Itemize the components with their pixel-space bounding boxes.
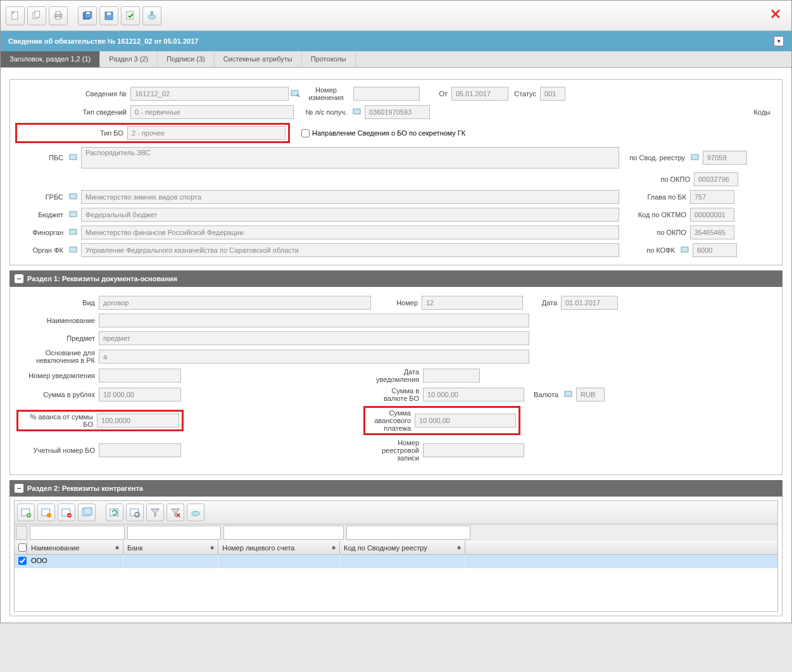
ot-field[interactable] xyxy=(451,87,508,101)
grid-edit-button[interactable] xyxy=(37,504,55,521)
lookup-icon[interactable] xyxy=(69,227,79,238)
save-check-button[interactable] xyxy=(121,6,140,25)
grid-copy-button[interactable] xyxy=(78,504,96,521)
tip-sved-field[interactable] xyxy=(130,105,294,119)
napr-checkbox[interactable] xyxy=(301,129,310,137)
naim-field[interactable] xyxy=(99,314,529,327)
okpo1-label: по ОКПО xyxy=(623,175,694,183)
page-title: Сведения об обязательстве № 161212_02 от… xyxy=(8,37,198,45)
grid-view-button[interactable] xyxy=(126,504,144,521)
copy-doc-button[interactable] xyxy=(27,6,46,25)
col-kod[interactable]: Код по Сводному реестру◆ xyxy=(340,541,465,554)
filter-kod[interactable] xyxy=(346,526,470,540)
close-button[interactable] xyxy=(770,8,785,23)
data-field[interactable] xyxy=(561,296,618,310)
grid-refresh-button[interactable] xyxy=(106,504,123,521)
osnov-field[interactable] xyxy=(99,350,529,364)
nomer-field[interactable] xyxy=(422,296,523,310)
print-button[interactable] xyxy=(49,6,68,25)
glava-bk-field[interactable] xyxy=(690,190,734,204)
grid-header: Наименование◆ Банк◆ Номер лицевого счета… xyxy=(14,541,778,555)
cell-ls xyxy=(218,555,340,568)
uchet-nomer-field[interactable] xyxy=(99,443,181,457)
grbs-field[interactable] xyxy=(81,190,619,204)
nomer-izm-field[interactable] xyxy=(353,87,420,101)
save-all-button[interactable] xyxy=(78,6,97,25)
tip-bo-field[interactable] xyxy=(127,126,286,140)
ls-poluch-field[interactable] xyxy=(365,105,430,119)
predmet-field[interactable] xyxy=(99,331,529,345)
svg-rect-15 xyxy=(70,155,77,160)
svg-rect-8 xyxy=(87,12,90,14)
tab-protocols[interactable]: Протоколы xyxy=(302,51,356,67)
lookup-icon[interactable] xyxy=(69,245,79,255)
status-field[interactable] xyxy=(540,87,565,101)
summa-avans-field[interactable] xyxy=(415,414,516,428)
ot-label: От xyxy=(420,90,451,98)
summa-rub-field[interactable] xyxy=(99,388,181,402)
lookup-icon[interactable] xyxy=(681,245,691,255)
avans-pct-label: % аванса от суммы БО xyxy=(21,413,97,428)
lookup-icon[interactable] xyxy=(564,390,574,400)
summa-avans-highlight: Сумма авансового платежа xyxy=(363,406,520,435)
svod-reestr-label: по Свод. реестру xyxy=(619,154,689,162)
grid-add-button[interactable] xyxy=(17,504,35,521)
vid-field[interactable] xyxy=(99,296,371,310)
grid-filter-clear-button[interactable] xyxy=(167,504,184,521)
valuta-field[interactable] xyxy=(576,388,605,402)
collapse-button[interactable]: − xyxy=(15,274,23,283)
nomer-reestr-field[interactable] xyxy=(423,443,524,457)
lookup-icon[interactable] xyxy=(691,153,701,163)
export-button[interactable] xyxy=(142,6,161,25)
tab-section3[interactable]: Раздел 3 (2) xyxy=(100,51,158,67)
save-button[interactable] xyxy=(99,6,118,25)
svg-rect-10 xyxy=(107,12,111,15)
organ-fk-field[interactable] xyxy=(81,243,619,257)
vid-label: Вид xyxy=(16,299,99,307)
okpo1-field[interactable] xyxy=(694,172,738,186)
tab-signatures[interactable]: Подписи (3) xyxy=(158,51,214,67)
col-ls[interactable]: Номер лицевого счета◆ xyxy=(218,541,340,554)
col-naim[interactable]: Наименование◆ xyxy=(27,541,123,554)
select-all-checkbox[interactable] xyxy=(18,543,27,552)
okpo2-field[interactable] xyxy=(690,225,734,239)
grid-filter-button[interactable] xyxy=(146,504,164,521)
napr-label: Направление Сведения о БО по секретному … xyxy=(310,129,465,137)
collapse-button[interactable]: − xyxy=(15,484,23,493)
data-uved-field[interactable] xyxy=(423,369,480,383)
lookup-icon[interactable] xyxy=(69,210,79,220)
kofk-field[interactable] xyxy=(693,243,737,257)
table-row[interactable]: ООО xyxy=(15,555,777,568)
col-bank[interactable]: Банк◆ xyxy=(123,541,218,554)
oktmo-field[interactable] xyxy=(690,208,734,222)
grid-delete-button[interactable] xyxy=(58,504,75,521)
nomer-uved-label: Номер уведомления xyxy=(16,372,99,379)
finorgan-field[interactable] xyxy=(81,225,619,239)
organ-fk-label: Орган ФК xyxy=(15,246,67,254)
title-dropdown-button[interactable]: ▾ xyxy=(774,36,784,46)
lookup-icon[interactable] xyxy=(69,153,79,163)
lookup-icon[interactable] xyxy=(291,89,301,99)
lookup-icon[interactable] xyxy=(69,192,79,202)
tab-system-attrs[interactable]: Системные атрибуты xyxy=(215,51,302,67)
grid-filter-row xyxy=(14,524,778,541)
filter-naim[interactable] xyxy=(30,526,125,540)
filter-ls[interactable] xyxy=(223,526,344,540)
uchet-nomer-label: Учетный номер БО xyxy=(16,447,99,454)
grid-export-button[interactable] xyxy=(187,504,204,521)
filter-bank[interactable] xyxy=(127,526,221,540)
svod-reestr-field[interactable] xyxy=(703,151,747,165)
pbs-field[interactable]: Распорядитель ЗВС xyxy=(81,147,619,168)
tab-header[interactable]: Заголовок, раздел 1,2 (1) xyxy=(1,51,100,67)
svedeniya-no-field[interactable] xyxy=(130,87,289,101)
budget-label: Бюджет xyxy=(15,211,67,219)
avans-pct-field[interactable] xyxy=(97,414,179,428)
nomer-uved-field[interactable] xyxy=(99,369,181,383)
budget-field[interactable] xyxy=(81,208,619,222)
nomer-izm-label: Номер изменения xyxy=(303,86,353,101)
summa-val-field[interactable] xyxy=(423,388,524,402)
row-checkbox[interactable] xyxy=(18,557,27,565)
kody-label: Коды xyxy=(739,108,777,116)
new-doc-button[interactable] xyxy=(6,6,25,25)
lookup-icon[interactable] xyxy=(353,107,363,117)
